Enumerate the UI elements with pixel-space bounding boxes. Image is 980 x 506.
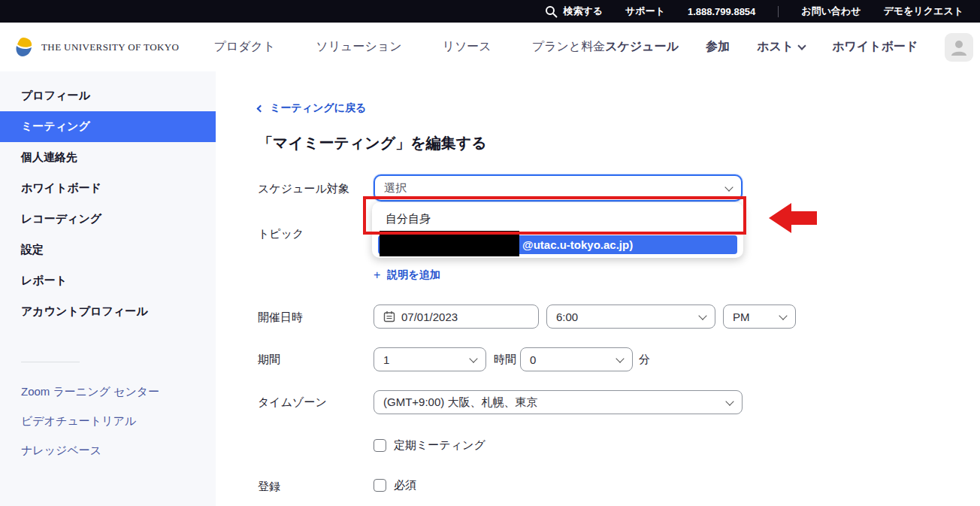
nav-host[interactable]: ホスト xyxy=(757,39,805,55)
ampm-select[interactable]: PM xyxy=(723,305,796,329)
duration-minutes-select[interactable]: 0 xyxy=(520,347,633,371)
annotation-red-box xyxy=(363,196,746,235)
add-description-link[interactable]: + 説明を追加 xyxy=(374,268,440,282)
nav-products[interactable]: プロダクト xyxy=(213,39,275,55)
search-icon xyxy=(545,5,558,18)
redaction-box xyxy=(380,231,519,256)
email-text: @utac.u-tokyo.ac.jp) xyxy=(522,238,633,251)
contact-link[interactable]: お問い合わせ xyxy=(801,5,861,18)
sidebar-item-profile[interactable]: プロフィール xyxy=(0,80,216,111)
nav-links: プロダクト ソリューション リソース プランと料金 xyxy=(213,39,605,55)
timezone-label: タイムゾーン xyxy=(258,395,327,410)
timezone-select[interactable]: (GMT+9:00) 大阪、札幌、東京 xyxy=(374,390,743,414)
search-link[interactable]: 検索する xyxy=(545,5,603,18)
chevron-down-icon xyxy=(616,354,624,362)
recurring-meeting-row: 定期ミーティング xyxy=(374,438,485,453)
registration-required-checkbox[interactable] xyxy=(374,479,386,492)
zoom-web-portal: 検索する サポート 1.888.799.8854 お問い合わせ デモをリクエスト… xyxy=(0,0,980,506)
recurring-meeting-label: 定期ミーティング xyxy=(394,438,485,453)
hours-unit-label: 時間 xyxy=(494,353,516,367)
logo-text: THE UNIVERSITY OF TOKYO xyxy=(41,41,179,53)
chevron-down-icon xyxy=(724,183,733,191)
request-demo-link[interactable]: デモをリクエスト xyxy=(884,5,963,18)
chevron-down-icon xyxy=(469,354,477,362)
schedule-for-label: スケジュール対象 xyxy=(258,182,349,196)
nav-schedule[interactable]: スケジュール xyxy=(605,39,679,55)
nav-solutions[interactable]: ソリューション xyxy=(316,39,401,55)
plus-icon: + xyxy=(374,268,380,282)
registration-required-row: 必須 xyxy=(374,478,416,492)
back-to-meetings-link[interactable]: ミーティングに戻る xyxy=(258,102,366,115)
sidebar-item-reports[interactable]: レポート xyxy=(0,265,216,296)
university-of-tokyo-logo[interactable]: THE UNIVERSITY OF TOKYO xyxy=(11,35,179,59)
chevron-down-icon xyxy=(725,397,733,405)
user-icon xyxy=(949,38,969,57)
nav-whiteboard[interactable]: ホワイトボード xyxy=(832,39,918,55)
phone-number[interactable]: 1.888.799.8854 xyxy=(688,6,755,17)
nav-join[interactable]: 参加 xyxy=(706,39,730,55)
chevron-down-icon xyxy=(797,41,806,50)
minutes-unit-label: 分 xyxy=(639,353,650,367)
main-content: ミーティングに戻る 「マイミーティング」を編集する スケジュール対象 選択 自分… xyxy=(216,71,980,506)
main-navbar: THE UNIVERSITY OF TOKYO プロダクト ソリューション リソ… xyxy=(0,23,980,71)
sidebar-item-personal-contacts[interactable]: 個人連絡先 xyxy=(0,142,216,173)
topic-label: トピック xyxy=(258,227,304,241)
sidebar-item-settings[interactable]: 設定 xyxy=(0,235,216,265)
annotation-red-arrow-icon xyxy=(769,201,817,235)
chevron-down-icon xyxy=(779,311,787,320)
calendar-icon xyxy=(383,311,395,323)
sidebar-link-knowledge-base[interactable]: ナレッジベース xyxy=(0,436,216,465)
nav-right: スケジュール 参加 ホスト ホワイトボード xyxy=(605,33,973,62)
chevron-left-icon xyxy=(257,105,265,112)
nav-plans-pricing[interactable]: プランと料金 xyxy=(532,39,606,55)
sidebar-item-account-profile[interactable]: アカウントプロフィール xyxy=(0,296,216,327)
page-title: 「マイミーティング」を編集する xyxy=(258,133,487,153)
datetime-label: 開催日時 xyxy=(258,311,303,325)
sidebar-link-learning-center[interactable]: Zoom ラーニング センター xyxy=(0,377,216,407)
top-utility-bar: 検索する サポート 1.888.799.8854 お問い合わせ デモをリクエスト xyxy=(0,0,980,23)
sidebar-item-recordings[interactable]: レコーディング xyxy=(0,204,216,235)
registration-label: 登録 xyxy=(258,480,280,494)
sidebar: プロフィール ミーティング 個人連絡先 ホワイトボード レコーディング 設定 レ… xyxy=(0,71,216,506)
support-link[interactable]: サポート xyxy=(625,5,665,18)
duration-label: 期間 xyxy=(258,353,280,367)
nav-resources[interactable]: リソース xyxy=(443,39,492,55)
dropdown-option-user-email[interactable]: @utac.u-tokyo.ac.jp) xyxy=(378,235,737,254)
chevron-down-icon xyxy=(698,311,706,320)
duration-hours-select[interactable]: 1 xyxy=(374,347,486,371)
sidebar-link-video-tutorials[interactable]: ビデオチュートリアル xyxy=(0,407,216,436)
sidebar-item-meetings[interactable]: ミーティング xyxy=(0,111,216,142)
avatar[interactable] xyxy=(945,33,973,62)
time-select[interactable]: 6:00 xyxy=(546,305,715,329)
recurring-meeting-checkbox[interactable] xyxy=(374,439,386,452)
sidebar-divider xyxy=(21,362,80,362)
date-input[interactable]: 07/01/2023 xyxy=(374,305,539,329)
registration-required-label: 必須 xyxy=(394,478,416,492)
search-label: 検索する xyxy=(563,5,603,18)
sidebar-item-whiteboard[interactable]: ホワイトボード xyxy=(0,173,216,204)
ginkgo-leaf-icon xyxy=(11,35,35,59)
topbar-divider xyxy=(778,6,779,17)
